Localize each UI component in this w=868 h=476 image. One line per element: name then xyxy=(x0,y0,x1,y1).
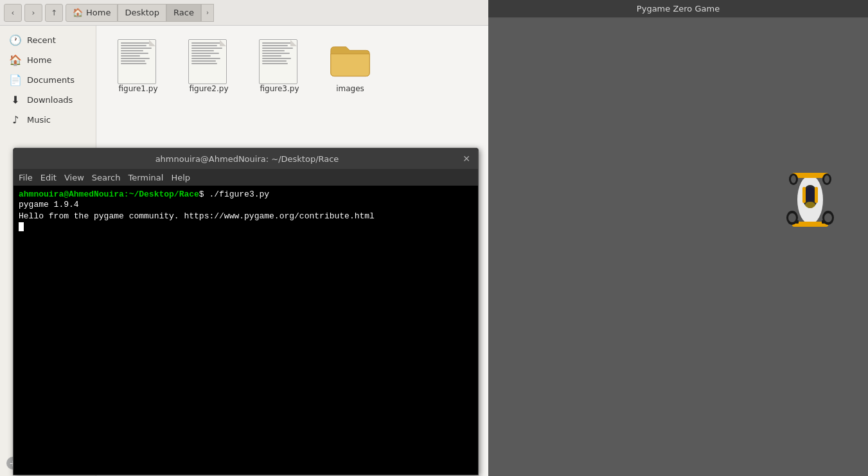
breadcrumb-desktop[interactable]: Desktop xyxy=(118,4,166,22)
terminal-menu-view[interactable]: View xyxy=(64,173,84,182)
terminal-user: ahmnouira@AhmedNouira xyxy=(19,190,124,199)
sidebar-item-recent[interactable]: 🕐 Recent xyxy=(3,31,93,49)
folder-svg xyxy=(330,40,371,79)
recent-icon: 🕐 xyxy=(9,34,22,46)
sidebar-label-documents: Documents xyxy=(27,75,75,85)
terminal-menu-file[interactable]: File xyxy=(19,173,33,182)
svg-point-12 xyxy=(824,175,829,183)
pygame-content xyxy=(488,18,868,476)
python-file-icon-3 xyxy=(259,39,300,80)
pygame-title: Pygame Zero Game xyxy=(637,4,720,13)
terminal-output-1: pygame 1.9.4 xyxy=(19,199,473,211)
file-item-figure1[interactable]: figure1.py xyxy=(106,35,170,97)
breadcrumb-race[interactable]: Race xyxy=(166,4,201,22)
svg-point-19 xyxy=(805,202,815,208)
race-car xyxy=(784,161,836,241)
svg-point-16 xyxy=(824,213,832,222)
terminal-window: ahmnouira@AhmedNouira: ~/Desktop/Race ✕ … xyxy=(13,148,479,475)
svg-point-11 xyxy=(791,175,796,183)
up-button[interactable]: ↑ xyxy=(45,4,63,22)
file-label-figure2: figure2.py xyxy=(189,84,228,93)
python-file-icon-1 xyxy=(118,39,159,80)
breadcrumb: 🏠 Home Desktop Race › xyxy=(66,4,214,22)
breadcrumb-expand[interactable]: › xyxy=(201,4,214,22)
file-label-images: images xyxy=(336,84,364,93)
svg-point-2 xyxy=(804,187,816,202)
sidebar-label-downloads: Downloads xyxy=(27,95,73,105)
pygame-window: Pygame Zero Game xyxy=(488,0,868,476)
terminal-output-2: Hello from the pygame community. https:/… xyxy=(19,211,473,222)
file-item-figure3[interactable]: figure3.py xyxy=(247,35,312,97)
nav-bar: ‹ › ↑ 🏠 Home Desktop Race › xyxy=(0,0,488,26)
terminal-cursor-line xyxy=(19,222,473,231)
sidebar-label-music: Music xyxy=(27,115,51,125)
svg-rect-18 xyxy=(815,187,818,203)
sidebar-label-home: Home xyxy=(27,55,51,65)
terminal-path: :~/Desktop/Race xyxy=(124,190,199,199)
svg-rect-17 xyxy=(802,187,806,203)
sidebar-item-documents[interactable]: 📄 Documents xyxy=(3,71,93,89)
file-manager: ‹ › ↑ 🏠 Home Desktop Race › 🕐 Recent xyxy=(0,0,488,476)
terminal-menu-edit[interactable]: Edit xyxy=(40,173,57,182)
file-item-images[interactable]: images xyxy=(318,35,382,97)
music-icon: ♪ xyxy=(9,114,22,126)
terminal-titlebar: ahmnouira@AhmedNouira: ~/Desktop/Race ✕ xyxy=(13,148,478,169)
pygame-titlebar: Pygame Zero Game xyxy=(488,0,868,18)
race-car-svg xyxy=(784,161,836,238)
sidebar-item-home[interactable]: 🏠 Home xyxy=(3,51,93,69)
home-icon: 🏠 xyxy=(73,8,83,17)
file-label-figure3: figure3.py xyxy=(260,84,299,93)
terminal-menubar: File Edit View Search Terminal Help xyxy=(13,169,478,186)
file-label-figure1: figure1.py xyxy=(118,84,157,93)
terminal-menu-terminal[interactable]: Terminal xyxy=(128,173,163,182)
documents-icon: 📄 xyxy=(9,74,22,86)
terminal-menu-help[interactable]: Help xyxy=(171,173,190,182)
terminal-close-button[interactable]: ✕ xyxy=(461,154,472,164)
terminal-cursor xyxy=(19,222,24,231)
back-button[interactable]: ‹ xyxy=(4,4,22,22)
home-icon: 🏠 xyxy=(9,54,22,66)
breadcrumb-home-label: Home xyxy=(86,8,111,17)
sidebar-item-music[interactable]: ♪ Music xyxy=(3,110,93,129)
forward-button[interactable]: › xyxy=(24,4,42,22)
python-file-icon-2 xyxy=(188,39,229,80)
terminal-title: ahmnouira@AhmedNouira: ~/Desktop/Race xyxy=(33,154,461,164)
terminal-body[interactable]: ahmnouira@AhmedNouira:~/Desktop/Race$ ./… xyxy=(13,186,478,475)
breadcrumb-desktop-label: Desktop xyxy=(125,8,159,17)
file-item-figure2[interactable]: figure2.py xyxy=(177,35,241,97)
terminal-menu-search[interactable]: Search xyxy=(92,173,121,182)
sidebar-label-recent: Recent xyxy=(27,35,56,45)
svg-point-15 xyxy=(788,213,796,222)
folder-icon xyxy=(330,39,371,80)
terminal-command: ./figure3.py xyxy=(204,190,269,199)
breadcrumb-home[interactable]: 🏠 Home xyxy=(66,4,118,22)
downloads-icon: ⬇ xyxy=(9,94,22,106)
sidebar-item-downloads[interactable]: ⬇ Downloads xyxy=(3,91,93,109)
breadcrumb-race-label: Race xyxy=(173,8,194,17)
terminal-dollar: $ xyxy=(199,190,204,199)
terminal-prompt-line: ahmnouira@AhmedNouira:~/Desktop/Race$ ./… xyxy=(19,190,473,199)
